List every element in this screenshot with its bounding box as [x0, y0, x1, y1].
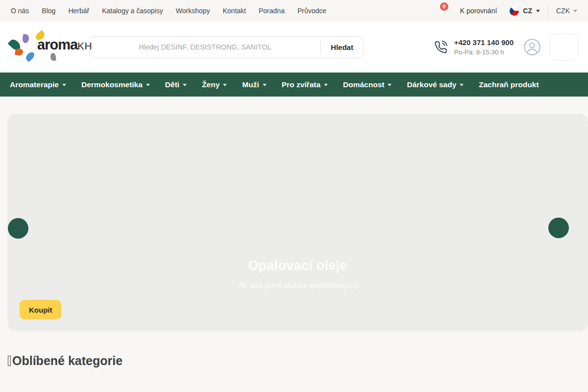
topbar-link-herbar[interactable]: Herbář	[68, 7, 89, 15]
nav-item-label: Ženy	[202, 80, 220, 89]
nav-item-label: Domácnost	[343, 80, 384, 89]
opening-hours: Po-Pá: 8-15:30 h	[454, 49, 514, 56]
nav-item-label: Dermokosmetika	[81, 80, 143, 89]
topbar-link-kontakt[interactable]: Kontakt	[223, 7, 246, 15]
czech-flag-icon	[510, 6, 519, 16]
currency-selector[interactable]: CZK	[556, 7, 577, 15]
chevron-down-icon	[460, 84, 464, 86]
logo[interactable]: aroma KH	[10, 30, 88, 64]
search-bar: Hledat	[89, 36, 364, 58]
nav-item-pro-zvirata[interactable]: Pro zvířata	[282, 80, 328, 89]
nav-item-deti[interactable]: Děti	[165, 80, 187, 89]
hero-subtitle: Ať vás jarní slunce nepřekvapí.	[7, 281, 588, 291]
logo-drop-orange	[15, 48, 24, 56]
nav-item-label: Zachraň produkt	[479, 80, 539, 89]
phone-icon	[434, 41, 447, 54]
chevron-down-icon	[62, 84, 66, 86]
chevron-down-icon	[146, 84, 150, 86]
chevron-down-icon	[536, 10, 540, 12]
buy-button[interactable]: Koupit	[20, 300, 61, 319]
favourite-categories-heading: Oblíbené kategorie	[8, 354, 580, 368]
topbar-link-katalogy[interactable]: Katalogy a časopisy	[102, 7, 163, 15]
chevron-down-icon	[324, 84, 328, 86]
topbar-link-poradna[interactable]: Poradna	[259, 7, 285, 15]
nav-item-label: Pro zvířata	[282, 80, 320, 89]
logo-suffix: KH	[77, 40, 92, 52]
chevron-down-icon	[388, 84, 392, 86]
compare-count-badge[interactable]: 0	[440, 2, 448, 11]
topbar-link-o-nas[interactable]: O nás	[11, 7, 29, 15]
nav-item-label: Děti	[165, 80, 179, 89]
logo-drop-blue	[24, 50, 36, 62]
nav-item-label: Aromaterapie	[10, 80, 59, 89]
topbar: O nás Blog Herbář Katalogy a časopisy Wo…	[0, 0, 588, 22]
logo-drop-gray	[50, 53, 56, 61]
topbar-link-pruvodce[interactable]: Průvodce	[297, 7, 326, 15]
nav-item-domacnost[interactable]: Domácnost	[343, 80, 392, 89]
hero-subtitle-text: Ať vás jarní slunce nepřekvapí.	[239, 281, 353, 290]
search-input[interactable]	[90, 37, 320, 58]
nav-item-label: Muži	[242, 80, 259, 89]
topbar-link-blog[interactable]: Blog	[42, 7, 55, 15]
chevron-down-icon	[263, 84, 267, 86]
topbar-links: O nás Blog Herbář Katalogy a časopisy Wo…	[11, 7, 326, 15]
user-account-icon[interactable]	[523, 38, 541, 56]
main-navigation: Aromaterapie Dermokosmetika Děti Ženy Mu…	[0, 73, 588, 97]
nav-item-dermokosmetika[interactable]: Dermokosmetika	[81, 80, 150, 89]
hero-copy: Opalovací oleje Ať vás jarní slunce nepř…	[7, 258, 588, 291]
nav-item-aromaterapie[interactable]: Aromaterapie	[10, 80, 66, 89]
chevron-down-icon	[183, 84, 187, 86]
topbar-link-workshopy[interactable]: Workshopy	[176, 7, 210, 15]
hero-banner: Opalovací oleje Ať vás jarní slunce nepř…	[7, 114, 588, 331]
carousel-prev-button[interactable]	[8, 218, 28, 239]
nav-item-zachran-produkt[interactable]: Zachraň produkt	[479, 80, 539, 89]
chevron-down-icon	[573, 10, 577, 12]
nav-item-zeny[interactable]: Ženy	[202, 80, 227, 89]
section-heading-text: Oblíbené kategorie	[12, 354, 122, 368]
contact-block: +420 371 140 900 Po-Pá: 8-15:30 h	[434, 38, 514, 56]
missing-glyph-box	[8, 356, 11, 366]
nav-item-darkove-sady[interactable]: Dárkové sady	[407, 80, 464, 89]
carousel-next-button[interactable]	[548, 218, 569, 238]
currency-label: CZK	[556, 7, 570, 15]
phone-number[interactable]: +420 371 140 900	[454, 38, 514, 47]
nav-item-muzi[interactable]: Muži	[242, 80, 266, 89]
chevron-down-icon	[223, 84, 227, 86]
header: aroma KH Hledat +420 371 140 900 Po-Pá: …	[0, 22, 588, 73]
missing-glyph-box	[354, 282, 357, 289]
cart-button[interactable]	[550, 34, 578, 61]
language-selector[interactable]: CZ	[510, 6, 540, 16]
nav-item-label: Dárkové sady	[407, 80, 456, 89]
hero-title: Opalovací oleje	[7, 258, 588, 273]
language-label: CZ	[523, 7, 532, 15]
search-button[interactable]: Hledat	[321, 37, 363, 58]
divider	[548, 5, 548, 17]
compare-link[interactable]: K porovnání	[460, 7, 497, 15]
logo-drop-purple	[22, 34, 30, 44]
logo-text: aroma	[37, 37, 77, 53]
